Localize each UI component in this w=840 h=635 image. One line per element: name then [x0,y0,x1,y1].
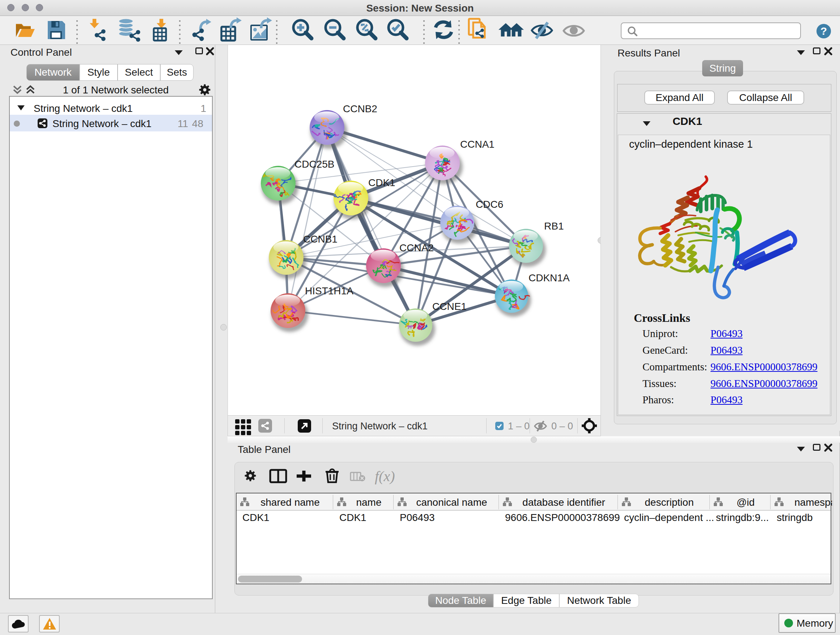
svg-text:CDC6: CDC6 [476,199,503,210]
svg-text:CCNA1: CCNA1 [460,139,494,150]
svg-text:CDK1: CDK1 [368,177,395,188]
svg-text:CDKN1A: CDKN1A [529,272,570,283]
svg-text:CCNE1: CCNE1 [432,301,467,312]
svg-text:CDC25B: CDC25B [294,158,334,170]
svg-text:CCNB2: CCNB2 [343,103,377,114]
svg-text:CCNA2: CCNA2 [399,242,434,253]
svg-text:RB1: RB1 [544,220,564,232]
svg-text:CCNB1: CCNB1 [303,233,338,245]
svg-text:HIST1H1A: HIST1H1A [305,285,354,296]
